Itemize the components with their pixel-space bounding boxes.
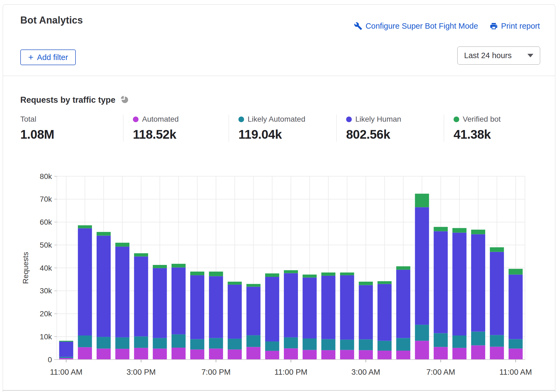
bar-segment: [172, 348, 186, 360]
stat-verified-bot: Verified bot41.38k: [444, 115, 547, 142]
bar-segment: [265, 277, 279, 341]
x-tick-label: 7:00 PM: [201, 368, 231, 376]
stat-value: 1.08M: [20, 127, 115, 142]
print-report-link[interactable]: Print report: [490, 22, 540, 31]
bar-segment: [434, 333, 448, 347]
x-tick-label: 7:00 AM: [426, 368, 455, 376]
bar-segment: [415, 207, 429, 325]
x-tick-label: 3:00 AM: [352, 368, 380, 376]
configure-link-label: Configure Super Bot Fight Mode: [366, 22, 478, 31]
bar-segment: [134, 257, 148, 337]
stat-label: Verified bot: [463, 115, 501, 124]
bar-segment: [247, 335, 261, 347]
bar-segment: [321, 273, 335, 276]
bar-segment: [359, 285, 373, 340]
printer-icon: [490, 22, 498, 30]
bar-segment: [396, 338, 410, 351]
y-axis-title: Requests: [21, 252, 30, 284]
bar-segment: [209, 338, 223, 348]
header-actions: Configure Super Bot Fight Mode Print rep…: [354, 22, 540, 31]
bar-segment: [434, 227, 448, 231]
legend-dot: [133, 117, 139, 122]
bar-segment: [134, 253, 148, 257]
bar-segment: [153, 348, 167, 360]
x-tick-label: 11:00 AM: [50, 368, 82, 376]
y-tick-label: 70k: [40, 195, 52, 203]
bar-segment: [190, 275, 204, 339]
bar-segment: [415, 325, 429, 341]
section-heading: Requests by traffic type: [20, 95, 129, 105]
plus-icon: +: [28, 52, 34, 62]
bar-segment: [209, 272, 223, 276]
bar-segment: [78, 335, 92, 347]
bar-segment: [303, 275, 317, 278]
next-section-top-border: [3, 390, 555, 391]
bar-segment: [490, 247, 504, 252]
x-tick-label: 3:00 PM: [126, 368, 156, 376]
bar-segment: [396, 270, 410, 338]
bar-segment: [59, 341, 73, 342]
requests-by-traffic-type-chart: 010k20k30k40k50k60k70k80k11:00 AM3:00 PM…: [16, 170, 541, 384]
bar-segment: [153, 265, 167, 268]
section-title: Requests by traffic type: [20, 95, 115, 105]
y-tick-label: 10k: [40, 333, 52, 341]
bar-segment: [209, 348, 223, 360]
timeframe-dropdown[interactable]: Last 24 hours: [457, 46, 540, 65]
bar-segment: [97, 232, 111, 236]
y-tick-label: 0: [48, 356, 52, 364]
bar-segment: [396, 266, 410, 270]
bar-segment: [378, 281, 392, 284]
bar-segment: [97, 348, 111, 360]
bar-segment: [59, 342, 73, 357]
bar-segment: [490, 335, 504, 347]
legend-dot: [238, 117, 244, 122]
stat-automated: Automated118.52k: [123, 115, 229, 142]
bar-segment: [228, 350, 242, 360]
bar-segment: [378, 351, 392, 360]
bar-segment: [78, 228, 92, 335]
bar-segment: [340, 340, 354, 350]
bar-segment: [247, 284, 261, 287]
bar-segment: [284, 337, 298, 348]
stat-value: 118.52k: [133, 127, 221, 142]
bar-segment: [471, 230, 485, 234]
bar-segment: [508, 269, 523, 274]
bar-segment: [452, 335, 467, 348]
pie-chart-icon: [120, 95, 129, 105]
traffic-type-stats: Total1.08MAutomated118.52kLikely Automat…: [20, 115, 547, 142]
y-tick-label: 40k: [40, 264, 52, 272]
stat-label: Total: [20, 115, 36, 124]
bar-segment: [303, 350, 317, 360]
stat-likely-human: Likely Human802.56k: [336, 115, 444, 142]
bar-segment: [284, 348, 298, 360]
bar-segment: [153, 268, 167, 338]
bar-segment: [340, 350, 354, 360]
bar-segment: [434, 347, 448, 360]
bar-segment: [228, 282, 242, 285]
bar-segment: [471, 234, 485, 331]
bar-segment: [340, 275, 354, 340]
x-tick-label: 11:00 PM: [274, 368, 307, 376]
bar-segment: [153, 338, 167, 348]
bar-segment: [228, 285, 242, 339]
add-filter-button[interactable]: + Add filter: [20, 49, 76, 65]
stat-value: 119.04k: [238, 127, 328, 142]
stat-value: 802.56k: [346, 127, 436, 142]
stat-value: 41.38k: [454, 127, 539, 142]
bar-segment: [490, 252, 504, 335]
configure-super-bot-fight-mode-link[interactable]: Configure Super Bot Fight Mode: [354, 22, 478, 31]
bar-segment: [190, 350, 204, 360]
page-title: Bot Analytics: [20, 15, 83, 26]
bar-segment: [452, 348, 467, 360]
bar-segment: [97, 236, 111, 337]
timeframe-selected-value: Last 24 hours: [464, 51, 512, 60]
bar-segment: [321, 339, 335, 350]
bar-segment: [134, 336, 148, 348]
x-axis-title: Time (local): [271, 383, 310, 384]
bar-segment: [303, 278, 317, 338]
x-tick-label: 11:00 AM: [499, 368, 532, 376]
add-filter-label: Add filter: [37, 53, 68, 62]
bar-segment: [471, 345, 485, 360]
bar-segment: [284, 270, 298, 273]
y-tick-label: 30k: [40, 287, 52, 295]
